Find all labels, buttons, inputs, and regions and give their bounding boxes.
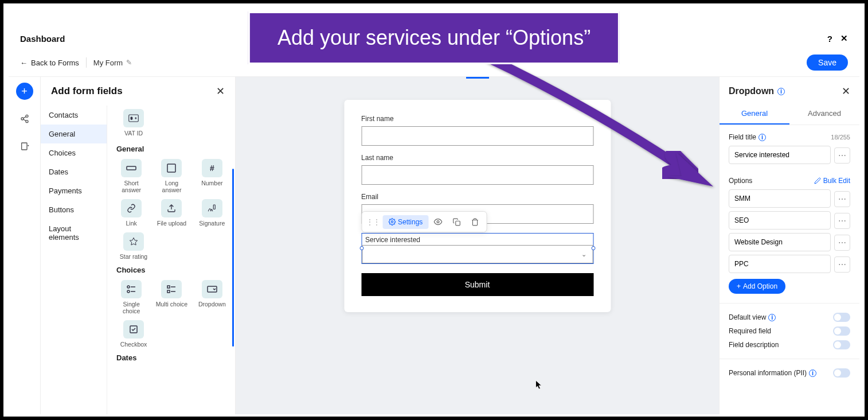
last-name-input[interactable] <box>361 165 593 185</box>
field-multi-choice[interactable]: Multi choice <box>155 280 187 314</box>
star-icon <box>123 232 144 251</box>
first-name-input[interactable] <box>361 126 593 146</box>
description-toggle[interactable] <box>833 340 850 349</box>
divider <box>86 57 87 68</box>
delete-icon[interactable] <box>466 215 484 230</box>
vat-icon: $ <box>123 109 144 127</box>
signature-icon <box>202 199 222 217</box>
required-toggle[interactable] <box>833 326 850 336</box>
checkbox-icon <box>123 320 144 339</box>
svg-rect-28 <box>456 221 460 225</box>
info-icon[interactable]: i <box>809 370 816 377</box>
add-field-button[interactable]: + <box>16 83 33 100</box>
field-title-input[interactable] <box>729 146 831 164</box>
category-choices[interactable]: Choices <box>41 143 107 162</box>
option-more-icon[interactable]: ⋯ <box>834 256 850 273</box>
option-input-2[interactable] <box>729 233 831 251</box>
settings-button[interactable]: Settings <box>382 215 428 229</box>
dashboard-title: Dashboard <box>20 34 65 44</box>
long-answer-icon <box>161 159 182 177</box>
required-field-label: Required field <box>729 327 771 335</box>
number-icon: # <box>202 159 222 177</box>
duplicate-icon[interactable] <box>447 215 466 230</box>
add-option-button[interactable]: +Add Option <box>729 279 785 294</box>
pii-toggle[interactable] <box>833 368 850 378</box>
category-dates[interactable]: Dates <box>41 162 107 181</box>
field-label: Number <box>201 180 222 186</box>
field-label: File upload <box>157 220 186 227</box>
field-link[interactable]: Link <box>115 199 147 227</box>
svg-marker-15 <box>130 238 137 245</box>
form-icon[interactable] <box>16 138 33 155</box>
category-layout-elements[interactable]: Layout elements <box>41 219 107 247</box>
svg-point-1 <box>26 115 28 117</box>
resize-handle[interactable] <box>359 246 363 250</box>
edit-icon[interactable]: ✎ <box>126 59 132 67</box>
field-signature[interactable]: Signature <box>196 199 228 227</box>
field-label: Multi choice <box>156 301 187 308</box>
close-icon[interactable]: ✕ <box>840 33 848 44</box>
default-view-toggle[interactable] <box>833 313 850 322</box>
last-name-label: Last name <box>361 154 593 162</box>
info-icon[interactable]: i <box>758 134 766 141</box>
save-button[interactable]: Save <box>807 55 848 71</box>
info-icon[interactable]: i <box>768 314 776 321</box>
field-dropdown[interactable]: Dropdown <box>196 280 228 314</box>
category-buttons[interactable]: Buttons <box>41 200 107 219</box>
option-input-1[interactable] <box>729 211 831 230</box>
instruction-banner: Add your services under “Options” <box>248 11 620 64</box>
drag-handle-icon[interactable]: ⋮⋮ <box>364 218 382 226</box>
submit-button[interactable]: Submit <box>361 273 593 296</box>
field-file-upload[interactable]: File upload <box>155 199 187 227</box>
service-label: Service interested <box>362 234 593 245</box>
option-input-3[interactable] <box>729 255 831 273</box>
scrollbar[interactable] <box>232 169 234 347</box>
panel-close-icon[interactable]: ✕ <box>216 85 225 98</box>
tab-advanced[interactable]: Advanced <box>789 103 859 125</box>
resize-handle[interactable] <box>591 246 595 250</box>
field-single-choice[interactable]: Single choice <box>115 280 147 314</box>
category-general[interactable]: General <box>41 125 107 143</box>
right-panel-close-icon[interactable]: ✕ <box>842 85 850 98</box>
field-label: Link <box>126 220 137 227</box>
service-dropdown-field[interactable]: Service interested ⌄ <box>361 233 593 264</box>
field-long-answer[interactable]: Long answer <box>155 159 187 193</box>
pencil-icon <box>814 177 821 184</box>
info-icon[interactable]: i <box>777 88 785 95</box>
bulk-edit-label: Bulk Edit <box>823 177 850 185</box>
field-checkbox[interactable]: Checkbox <box>115 320 152 348</box>
add-option-label: Add Option <box>743 282 777 290</box>
svg-rect-6 <box>21 143 26 150</box>
svg-line-4 <box>23 119 26 121</box>
plus-icon: + <box>737 282 741 290</box>
field-label: Single choice <box>115 301 147 314</box>
tab-general[interactable]: General <box>720 103 789 125</box>
field-vatid[interactable]: $ VAT ID <box>115 109 152 137</box>
option-more-icon[interactable]: ⋯ <box>834 191 850 207</box>
svg-point-16 <box>127 286 130 288</box>
cursor-icon <box>535 380 543 390</box>
svg-point-2 <box>21 118 24 120</box>
divider <box>720 359 859 359</box>
more-icon[interactable]: ⋯ <box>834 147 850 164</box>
field-title-label: Field title <box>729 133 756 141</box>
field-number[interactable]: #Number <box>196 159 228 193</box>
help-icon[interactable]: ? <box>827 34 832 44</box>
field-short-answer[interactable]: Short answer <box>115 159 147 193</box>
form-name: My Form <box>93 59 123 67</box>
option-more-icon[interactable]: ⋯ <box>834 235 850 251</box>
share-icon[interactable] <box>16 110 33 127</box>
field-label: Star rating <box>120 253 147 260</box>
category-contacts[interactable]: Contacts <box>41 106 107 125</box>
panel-title: Add form fields <box>51 85 123 97</box>
email-label: Email <box>361 193 593 201</box>
back-to-forms-link[interactable]: ← Back to Forms <box>20 59 79 67</box>
field-star-rating[interactable]: Star rating <box>115 232 152 260</box>
divider <box>720 303 859 304</box>
bulk-edit-button[interactable]: Bulk Edit <box>814 177 850 185</box>
option-input-0[interactable] <box>729 189 831 208</box>
visibility-icon[interactable] <box>428 214 447 230</box>
option-more-icon[interactable]: ⋯ <box>834 213 850 229</box>
category-payments[interactable]: Payments <box>41 181 107 200</box>
field-label: Dropdown <box>198 301 226 308</box>
